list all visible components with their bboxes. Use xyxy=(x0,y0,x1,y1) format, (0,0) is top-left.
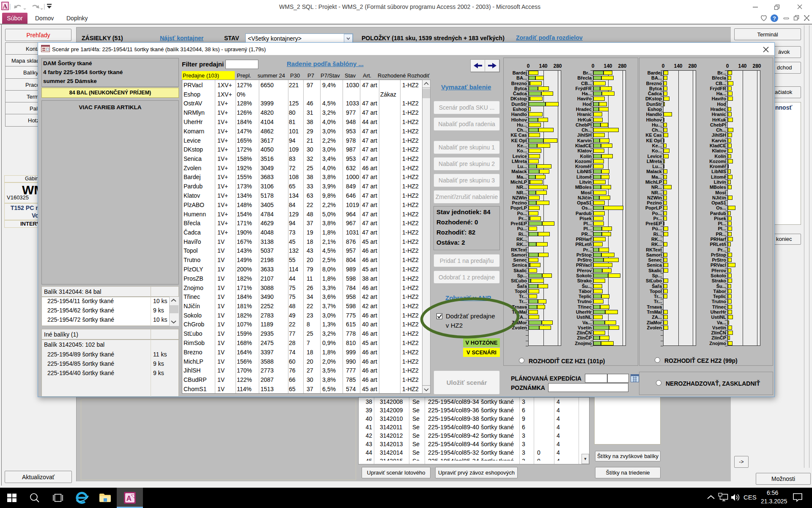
svg-text:A: A xyxy=(3,3,8,10)
svg-text:A: A xyxy=(126,494,132,502)
svg-text:?: ? xyxy=(773,15,776,22)
